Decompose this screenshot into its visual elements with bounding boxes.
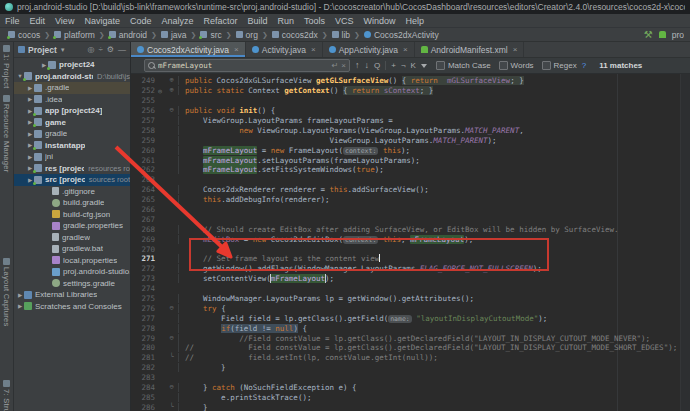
tree-item-settings-gradle[interactable]: settings.gradle <box>14 278 130 290</box>
run-configuration[interactable]: pro <box>659 30 684 40</box>
menu-item-help[interactable]: Help <box>401 16 430 26</box>
close-tab-icon[interactable]: × <box>513 45 518 54</box>
code-token <box>185 195 203 204</box>
tab-activity-java[interactable]: Activity.java× <box>246 42 323 57</box>
tree-item-proj-android-studio-iml[interactable]: proj.android-studio.iml <box>14 266 130 278</box>
breadcrumb-item-org[interactable]: org <box>234 30 260 40</box>
tab-androidmanifest-xml[interactable]: AndroidManifest.xml× <box>415 42 525 57</box>
tree-item-instantapp[interactable]: ▶instantapp <box>14 140 130 152</box>
tree-item-local-properties[interactable]: local.properties <box>14 255 130 267</box>
fold-marker-icon[interactable]: ╰ <box>165 404 178 411</box>
exclude-occurrence-icon[interactable]: ¬ <box>401 61 406 70</box>
gutter-gear-icon[interactable]: ◎ <box>155 88 165 94</box>
previous-occurrence-icon[interactable]: ↑ <box>355 61 360 70</box>
close-tab-icon[interactable]: × <box>403 45 408 54</box>
tree-item--gradle[interactable]: ▶.gradle <box>14 82 130 94</box>
fold-marker-icon[interactable]: ⊕ <box>165 77 178 84</box>
tree-item-gradle[interactable]: ▶gradle <box>14 128 130 140</box>
fold-marker-icon[interactable]: ⊕ <box>165 87 178 94</box>
tool-stripe-button-layout-captures[interactable]: Layout Captures <box>2 258 11 327</box>
tree-item--idea[interactable]: ▶.idea <box>14 94 130 106</box>
tab-cocos2dxactivity-java[interactable]: Cocos2dxActivity.java× <box>131 42 246 57</box>
menu-item-build[interactable]: Build <box>242 16 272 26</box>
fold-marker-icon[interactable]: ⊖ <box>165 107 178 114</box>
regex-help-link[interactable]: ? <box>582 61 586 70</box>
tab-label: AndroidManifest.xml <box>431 45 508 55</box>
build-hammer-icon[interactable]: ⚒ <box>644 30 653 40</box>
breadcrumb-item-lib[interactable]: lib <box>330 30 353 40</box>
menu-item-tools[interactable]: Tools <box>299 16 330 26</box>
search-input[interactable]: mFrameLayout ↵ × <box>144 59 350 72</box>
clear-search-icon[interactable]: × <box>341 61 346 70</box>
settings-gear-icon[interactable]: ⚙ <box>107 45 114 54</box>
select-all-occurrences-icon[interactable]: K <box>411 61 416 70</box>
find-all-icon[interactable]: Q <box>374 61 380 70</box>
breadcrumb-item-cocos[interactable]: cocos <box>6 30 42 40</box>
tree-item-proj-android-studio[interactable]: ▼proj.android-studioD:\build\js <box>14 71 130 83</box>
menu-item-file[interactable]: File <box>0 16 25 26</box>
code-editor[interactable]: 249⊕public Cocos2dxGLSurfaceView getGLSu… <box>131 74 690 411</box>
tree-item-build-cfg-json[interactable]: build-cfg.json <box>14 209 130 221</box>
chevron-collapsed-icon[interactable]: ▶ <box>16 292 24 298</box>
fold-marker-icon[interactable]: ⊖ <box>165 384 178 391</box>
code-line-text: } <box>178 403 690 411</box>
chevron-collapsed-icon[interactable]: ▶ <box>26 85 34 91</box>
tree-item-gradlew[interactable]: gradlew <box>14 232 130 244</box>
menu-item-vcs[interactable]: VCS <box>330 16 359 26</box>
fold-marker-icon[interactable]: ╰ <box>165 354 178 361</box>
menu-item-view[interactable]: View <box>50 16 79 26</box>
collapse-all-icon[interactable]: ÷ <box>98 45 102 54</box>
menu-item-edit[interactable]: Edit <box>25 16 51 26</box>
tool-stripe-button-1-project[interactable]: 1: Project <box>2 45 11 89</box>
tree-item-build-gradle[interactable]: build.gradle <box>14 197 130 209</box>
locate-file-icon[interactable]: ◎ <box>87 45 94 54</box>
find-option-match-case[interactable]: Match Case <box>436 61 491 70</box>
folder-module-icon <box>200 31 207 38</box>
fold-marker-icon[interactable]: ⊖ <box>165 335 178 342</box>
tree-item-gradlew-bat[interactable]: gradlew.bat <box>14 243 130 255</box>
newline-icon[interactable]: ↵ <box>332 61 339 70</box>
menu-item-analyze[interactable]: Analyze <box>156 16 198 26</box>
menu-item-window[interactable]: Window <box>359 16 401 26</box>
tree-item--gitignore[interactable]: .gitignore <box>14 186 130 198</box>
tree-item-scratches-and-consoles[interactable]: ▶Scratches and Consoles <box>14 301 130 313</box>
menu-item-code[interactable]: Code <box>125 16 157 26</box>
close-tab-icon[interactable]: × <box>311 45 316 54</box>
hide-panel-icon[interactable]: ― <box>118 45 126 54</box>
tree-item-jni[interactable]: ▶jni <box>14 151 130 163</box>
tab-appactivity-java[interactable]: AppActivity.java× <box>323 42 415 57</box>
menu-item-run[interactable]: Run <box>273 16 300 26</box>
tree-item-external-libraries[interactable]: ▶External Libraries <box>14 289 130 301</box>
tree-item-app-project24-[interactable]: ▶app [project24] <box>14 105 130 117</box>
tree-item-game[interactable]: ▶game <box>14 117 130 129</box>
next-occurrence-icon[interactable]: ↓ <box>365 61 370 70</box>
menu-item-navigate[interactable]: Navigate <box>79 16 125 26</box>
tree-item-gradle-properties[interactable]: gradle.properties <box>14 220 130 232</box>
breadcrumb-item-java[interactable]: java <box>159 30 189 40</box>
chevron-collapsed-icon[interactable]: ▶ <box>26 131 34 137</box>
close-tab-icon[interactable]: × <box>234 45 239 54</box>
breadcrumb-item-cocos2dxactivity[interactable]: Cocos2dxActivity <box>362 30 441 40</box>
tree-item-res-project24-[interactable]: ▶res [project24]resources ro <box>14 163 130 175</box>
breadcrumb-separator-icon: ❯ <box>42 31 52 39</box>
breadcrumb-item-src[interactable]: src <box>198 30 223 40</box>
find-option-words[interactable]: Words <box>499 61 534 70</box>
filter-icon[interactable] <box>421 64 427 68</box>
tree-item-project24[interactable]: ▶project24 <box>14 59 130 71</box>
breadcrumb-item-platform[interactable]: platform <box>52 30 97 40</box>
project-view-selector[interactable]: Project ▼ <box>18 45 66 55</box>
tool-stripe-button-resource-manager[interactable]: Resource Manager <box>2 95 11 173</box>
breadcrumb-item-cocos2dx[interactable]: cocos2dx <box>270 30 320 40</box>
menu-item-refactor[interactable]: Refactor <box>198 16 242 26</box>
tree-item-src-project24-[interactable]: ▶src [project24]sources root <box>14 174 130 186</box>
line-number: 284 <box>131 383 155 392</box>
code-token: mFrameLayout <box>203 165 257 174</box>
chevron-collapsed-icon[interactable]: ▶ <box>26 154 34 160</box>
breadcrumb-item-android[interactable]: android <box>107 30 149 40</box>
fold-marker-icon[interactable]: ⊖ <box>165 305 178 312</box>
tool-stripe-button-7-structure[interactable]: 7: Structure <box>2 380 11 411</box>
add-occurrence-icon[interactable]: + <box>391 61 396 70</box>
find-option-regex[interactable]: Regex <box>542 61 577 70</box>
chevron-collapsed-icon[interactable]: ▶ <box>26 96 34 102</box>
chevron-collapsed-icon[interactable]: ▶ <box>16 303 24 309</box>
